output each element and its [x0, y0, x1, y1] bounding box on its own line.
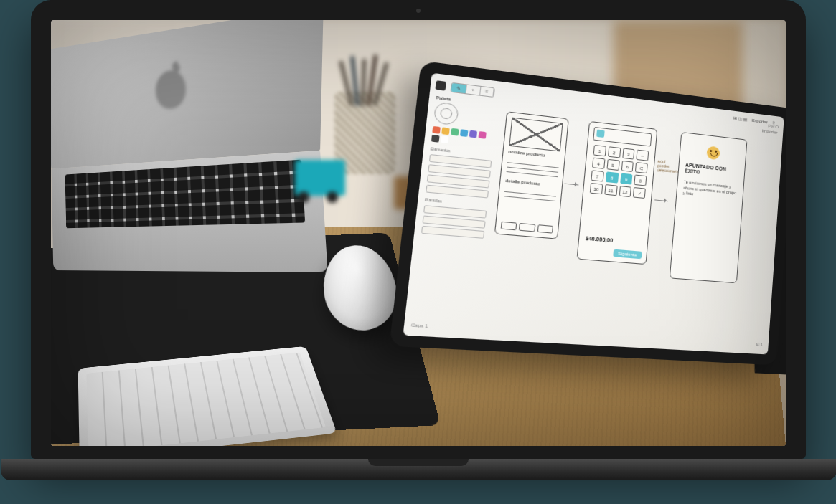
keypad-key: 9 [619, 173, 632, 184]
wireframe-button [500, 222, 517, 231]
keypad-key: 4 [591, 158, 604, 169]
laptop-screen: ✎ + ≡ PRO ⊞ ◫ [51, 20, 786, 446]
smiley-face-icon [706, 146, 720, 160]
camera-dot-icon [416, 9, 421, 13]
laptop-bezel: ✎ + ≡ PRO ⊞ ◫ [31, 0, 806, 459]
view-opt2-icon[interactable]: ◫ [738, 116, 742, 121]
macbook-keyboard [51, 151, 327, 272]
desk-photo-scene: ✎ + ≡ PRO ⊞ ◫ [51, 20, 786, 446]
total-amount: $40.000,00 [585, 235, 613, 243]
color-swatch[interactable] [459, 129, 467, 137]
keypad-key: 0 [634, 174, 647, 186]
macbook-lid [51, 20, 324, 169]
keypad-key: 5 [606, 159, 619, 171]
zoom-label: E:1 [756, 342, 762, 347]
wireframe-phone-2[interactable]: 123←456C7890101112✓ $40.000,00 Siguiente [576, 121, 657, 265]
flow-arrow-icon [654, 199, 668, 201]
close-x-icon [596, 130, 605, 138]
flow-arrow-icon [564, 184, 578, 186]
tool-list-icon[interactable]: ≡ [479, 86, 494, 96]
element-thumbs[interactable] [426, 154, 492, 199]
template-thumbs[interactable] [421, 205, 486, 239]
color-swatch[interactable] [441, 127, 450, 135]
app-logo-icon [435, 80, 446, 91]
input-field-wireframe [593, 127, 652, 147]
wireframe-phone-3[interactable]: APUNTADO CON ÉXITO Te enviamos un mensaj… [669, 132, 747, 283]
wireframe-button [537, 224, 553, 234]
success-body: Te enviamos un mensaje y ahora sí quedas… [682, 180, 738, 202]
keypad-key: 3 [621, 148, 634, 159]
keypad-key: 10 [589, 183, 602, 194]
color-swatch[interactable] [451, 128, 459, 136]
tablet-body: ✎ + ≡ PRO ⊞ ◫ [389, 61, 785, 366]
keypad-key: 8 [605, 171, 618, 183]
keypad-key: ✓ [633, 187, 646, 199]
color-wheel-icon[interactable] [433, 101, 459, 125]
tool-add-icon[interactable]: + [466, 85, 480, 95]
keypad-key: 2 [607, 146, 620, 158]
color-swatch[interactable] [478, 131, 486, 139]
image-placeholder-icon [509, 118, 563, 152]
color-swatches[interactable] [431, 126, 494, 148]
apple-logo-icon [154, 69, 186, 110]
laptop-hinge-notch [368, 459, 469, 466]
laptop-mockup: ✎ + ≡ PRO ⊞ ◫ [31, 0, 806, 488]
tablet-screen: ✎ + ≡ PRO ⊞ ◫ [403, 73, 784, 355]
color-swatch[interactable] [432, 126, 441, 134]
left-palette-panel: Paleta Elementos Plantillas [413, 95, 497, 304]
keypad-key: 7 [591, 170, 603, 181]
upload-icon[interactable]: ⇧ [771, 120, 775, 125]
color-swatch[interactable] [440, 135, 448, 143]
color-swatch[interactable] [431, 135, 439, 143]
annotation-text: Aquí pueden seleccionarse [657, 159, 675, 173]
keypad: 123←456C7890101112✓ [589, 145, 649, 199]
tool-segment[interactable]: ✎ + ≡ [450, 82, 495, 97]
view-opt3-icon[interactable]: ▤ [743, 117, 747, 122]
keypad-key: ← [636, 150, 649, 161]
color-swatch[interactable] [469, 130, 476, 138]
phone1-title-text: nombre producto [508, 149, 545, 158]
macbook-laptop [51, 20, 328, 272]
wireframe-canvas[interactable]: nombre producto detalle producto [482, 108, 776, 336]
toy-truck-teal [295, 160, 345, 196]
keypad-key: 12 [619, 186, 631, 197]
wireframe-phone-1[interactable]: nombre producto detalle producto [494, 111, 568, 239]
keypad-key: C [635, 162, 648, 173]
pens [342, 56, 392, 106]
ipad-tablet: ✎ + ≡ PRO ⊞ ◫ [389, 61, 785, 366]
keypad-key: 6 [621, 161, 634, 172]
wireframe-button [519, 223, 535, 232]
success-title: APUNTADO CON ÉXITO [684, 162, 738, 180]
layer-label: Capa 1 [410, 323, 428, 328]
import-button[interactable]: Importar [761, 128, 777, 134]
laptop-base [1, 459, 837, 480]
next-button: Siguiente [613, 249, 642, 260]
keypad-key: 11 [604, 184, 617, 196]
tool-pencil-icon[interactable]: ✎ [451, 82, 466, 92]
phone1-detail-text: detalle producto [505, 179, 540, 186]
view-opt-icon[interactable]: ⊞ [733, 116, 736, 121]
keypad-key: 1 [593, 145, 606, 156]
